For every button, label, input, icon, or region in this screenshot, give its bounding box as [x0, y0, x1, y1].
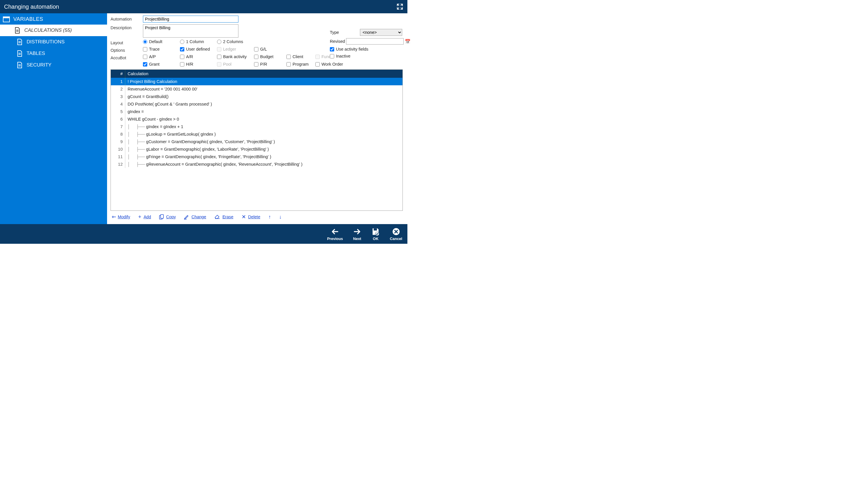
automation-label: Automation	[110, 16, 143, 21]
titlebar: Changing automation	[0, 0, 407, 13]
sidebar-item[interactable]: SECURITY	[0, 59, 107, 71]
row-text: │ ├── gCustomer = GrantDemographic( gInd…	[125, 138, 403, 145]
next-button[interactable]: Next	[353, 227, 362, 241]
ok-button[interactable]: OK	[371, 227, 380, 241]
grid-row[interactable]: 2RevenueAccount = '200 001 4000 00'	[111, 85, 403, 93]
sidebar-item-label: SECURITY	[27, 62, 52, 68]
sidebar-item[interactable]: TABLES	[0, 48, 107, 59]
svg-rect-1	[3, 17, 10, 18]
accubot-check[interactable]: Bank activity	[217, 54, 254, 59]
grid-row[interactable]: 4DO PostNote( gCount & ' Grants processe…	[111, 100, 403, 108]
file-icon	[15, 27, 20, 34]
grid-row[interactable]: 8│ ├── gLookup = GrantGetLookup( gIndex …	[111, 130, 403, 138]
delete-button[interactable]: ✕ Delete	[242, 214, 260, 220]
grid-row[interactable]: 3gCount = GrantBuild()	[111, 93, 403, 100]
row-number: 6	[111, 115, 125, 123]
accubot-check[interactable]: P/R	[254, 62, 286, 67]
accubot-check[interactable]: Grant	[143, 62, 180, 67]
x-icon: ✕	[242, 214, 246, 220]
row-number: 2	[111, 85, 125, 93]
file-icon	[17, 50, 22, 57]
cancel-button[interactable]: Cancel	[390, 227, 402, 241]
copy-button[interactable]: Copy	[159, 214, 176, 219]
add-button[interactable]: + Add	[138, 214, 151, 220]
plus-icon: +	[138, 214, 141, 220]
file-icon	[17, 61, 22, 69]
sidebar-header-label: VARIABLES	[13, 16, 43, 22]
inactive-check[interactable]: Inactive	[330, 54, 350, 58]
accubot-check[interactable]: H/R	[180, 62, 217, 67]
sidebar-item[interactable]: DISTRIBUTIONS	[0, 36, 107, 48]
accubot-check[interactable]: Client	[286, 54, 315, 59]
accubot-check[interactable]: A/R	[180, 54, 217, 59]
row-number: 3	[111, 93, 125, 100]
sidebar-item[interactable]: CALCULATIONS (55)	[0, 24, 107, 36]
grid-row[interactable]: 12│ ├── gRevenueAccount = GrantDemograph…	[111, 161, 403, 168]
move-down-button[interactable]: ↓	[279, 214, 282, 220]
row-text: gIndex =	[125, 108, 403, 115]
grid-row[interactable]: 7│ ├── gIndex = gIndex + 1	[111, 123, 403, 130]
accubot-check[interactable]: A/P	[143, 54, 180, 59]
grid-row[interactable]: 1! Project Billing Calculation	[111, 78, 403, 85]
footer: Previous Next OK Cancel	[0, 224, 407, 244]
arrow-left-icon	[331, 227, 339, 236]
sidebar-item-label: DISTRIBUTIONS	[27, 39, 65, 45]
svg-rect-6	[374, 228, 377, 231]
calendar-icon[interactable]: 📅	[405, 39, 410, 44]
automation-input[interactable]	[143, 16, 239, 22]
row-number: 11	[111, 153, 125, 161]
use-activity-check[interactable]: Use activity fields	[330, 47, 368, 52]
accubot-check: Pool	[217, 62, 254, 67]
body: VARIABLES CALCULATIONS (55)DISTRIBUTIONS…	[0, 13, 407, 224]
window-title: Changing automation	[4, 3, 59, 10]
previous-button[interactable]: Previous	[327, 227, 343, 241]
options-label: Options	[110, 47, 143, 53]
erase-button[interactable]: Erase	[214, 215, 233, 219]
maximize-icon[interactable]	[397, 3, 403, 10]
grid-header-num: #	[111, 70, 125, 78]
modify-button[interactable]: +− Modify	[112, 215, 130, 219]
row-number: 10	[111, 145, 125, 153]
accubot-check[interactable]: Budget	[254, 54, 286, 59]
row-text: gCount = GrantBuild()	[125, 93, 403, 100]
action-row: +− Modify + Add Copy Change Erase	[107, 211, 407, 224]
pencil-icon	[184, 214, 189, 219]
row-number: 7	[111, 123, 125, 130]
type-select[interactable]: <none>	[360, 29, 402, 36]
grid-row[interactable]: 10│ ├── gLabor = GrantDemographic( gInde…	[111, 145, 403, 153]
move-up-button[interactable]: ↑	[268, 214, 271, 220]
plus-minus-icon: +−	[112, 215, 116, 219]
description-input[interactable]	[143, 24, 239, 38]
sidebar-item-label: CALCULATIONS (55)	[24, 28, 72, 33]
row-text: RevenueAccount = '200 001 4000 00'	[125, 85, 403, 93]
revised-input[interactable]	[346, 38, 404, 44]
sidebar-header[interactable]: VARIABLES	[0, 13, 107, 24]
grid-row[interactable]: 9│ ├── gCustomer = GrantDemographic( gIn…	[111, 138, 403, 145]
row-text: │ ├── gLookup = GrantGetLookup( gIndex )	[125, 130, 403, 138]
accubot-label: AccuBot	[110, 54, 143, 60]
sidebar-items: CALCULATIONS (55)DISTRIBUTIONSTABLESSECU…	[0, 24, 107, 71]
cancel-icon	[392, 227, 401, 236]
layout-radio[interactable]: Default	[143, 39, 180, 44]
option-check[interactable]: Trace	[143, 47, 180, 52]
sidebar: VARIABLES CALCULATIONS (55)DISTRIBUTIONS…	[0, 13, 107, 224]
arrow-right-icon	[353, 227, 362, 236]
row-number: 8	[111, 130, 125, 138]
copy-icon	[159, 214, 164, 219]
calculation-grid[interactable]: # Calculation 1! Project Billing Calcula…	[110, 69, 403, 211]
layout-radio[interactable]: 2 Columns	[217, 39, 254, 44]
row-text: │ ├── gRevenueAccount = GrantDemographic…	[125, 161, 403, 168]
window: Changing automation VARIABLES CALCULATIO…	[0, 0, 407, 244]
accubot-check[interactable]: Program	[286, 62, 315, 67]
change-button[interactable]: Change	[184, 214, 206, 219]
row-text: DO PostNote( gCount & ' Grants processed…	[125, 100, 403, 108]
accubot-check[interactable]: Work Order	[315, 62, 347, 67]
row-text: WHILE gCount - gIndex > 0	[125, 115, 403, 123]
option-check[interactable]: G/L	[254, 47, 286, 52]
option-check[interactable]: User defined	[180, 47, 217, 52]
grid-row[interactable]: 11│ ├── gFringe = GrantDemographic( gInd…	[111, 153, 403, 161]
layout-radio[interactable]: 1 Column	[180, 39, 217, 44]
grid-row[interactable]: 6WHILE gCount - gIndex > 0	[111, 115, 403, 123]
grid-header: # Calculation	[111, 70, 403, 78]
grid-row[interactable]: 5gIndex =	[111, 108, 403, 115]
